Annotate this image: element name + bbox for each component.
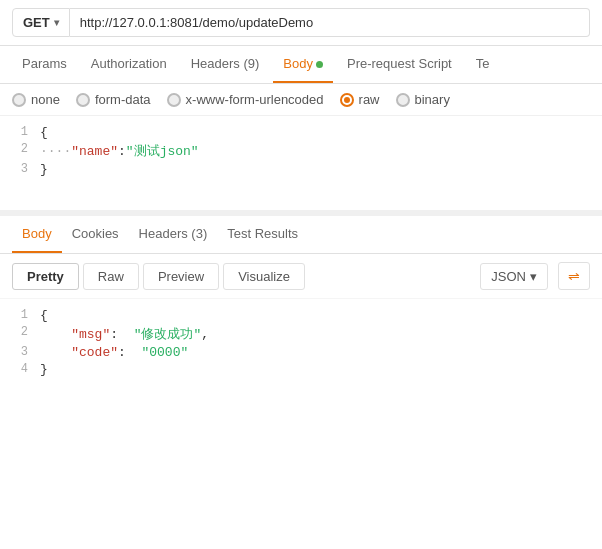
- radio-dot-raw: [340, 93, 354, 107]
- resp-tab-test-results[interactable]: Test Results: [217, 216, 308, 253]
- tab-headers[interactable]: Headers (9): [181, 46, 270, 83]
- resp-tab-cookies[interactable]: Cookies: [62, 216, 129, 253]
- resp-tab-headers[interactable]: Headers (3): [129, 216, 218, 253]
- response-body-viewer: 1 { 2 "msg": "修改成功", 3 "code": "0000" 4 …: [0, 299, 602, 386]
- resp-line-2: 2 "msg": "修改成功",: [0, 324, 602, 344]
- method-select[interactable]: GET ▾: [12, 8, 70, 37]
- tab-tests[interactable]: Te: [466, 46, 500, 83]
- body-dot: [316, 61, 323, 68]
- format-select[interactable]: JSON ▾: [480, 263, 548, 290]
- req-line-1: 1 {: [0, 124, 602, 141]
- tab-body[interactable]: Body: [273, 46, 333, 83]
- radio-form-data[interactable]: form-data: [76, 92, 151, 107]
- radio-dot-form-data: [76, 93, 90, 107]
- resp-tab-body[interactable]: Body: [12, 216, 62, 253]
- format-value: JSON: [491, 269, 526, 284]
- view-btn-raw[interactable]: Raw: [83, 263, 139, 290]
- url-input[interactable]: [70, 8, 590, 37]
- url-bar: GET ▾: [0, 0, 602, 46]
- body-type-row: none form-data x-www-form-urlencoded raw…: [0, 84, 602, 116]
- resp-line-4: 4 }: [0, 361, 602, 378]
- tab-params[interactable]: Params: [12, 46, 77, 83]
- view-btn-visualize[interactable]: Visualize: [223, 263, 305, 290]
- radio-binary[interactable]: binary: [396, 92, 450, 107]
- view-btn-pretty[interactable]: Pretty: [12, 263, 79, 290]
- request-body-editor[interactable]: 1 { 2 ····"name":"测试json" 3 }: [0, 116, 602, 216]
- wrap-icon: ⇌: [568, 268, 580, 284]
- radio-dot-none: [12, 93, 26, 107]
- radio-none[interactable]: none: [12, 92, 60, 107]
- req-line-3: 3 }: [0, 161, 602, 178]
- resp-line-3: 3 "code": "0000": [0, 344, 602, 361]
- tab-authorization[interactable]: Authorization: [81, 46, 177, 83]
- radio-dot-urlencoded: [167, 93, 181, 107]
- method-label: GET: [23, 15, 50, 30]
- request-nav-tabs: Params Authorization Headers (9) Body Pr…: [0, 46, 602, 84]
- req-line-2: 2 ····"name":"测试json": [0, 141, 602, 161]
- radio-dot-binary: [396, 93, 410, 107]
- tab-pre-request-script[interactable]: Pre-request Script: [337, 46, 462, 83]
- view-btn-preview[interactable]: Preview: [143, 263, 219, 290]
- response-tabs: Body Cookies Headers (3) Test Results: [0, 216, 602, 254]
- radio-urlencoded[interactable]: x-www-form-urlencoded: [167, 92, 324, 107]
- view-row: Pretty Raw Preview Visualize JSON ▾ ⇌: [0, 254, 602, 299]
- resp-line-1: 1 {: [0, 307, 602, 324]
- wrap-button[interactable]: ⇌: [558, 262, 590, 290]
- method-chevron-icon: ▾: [54, 17, 59, 28]
- radio-raw[interactable]: raw: [340, 92, 380, 107]
- format-chevron-icon: ▾: [530, 269, 537, 284]
